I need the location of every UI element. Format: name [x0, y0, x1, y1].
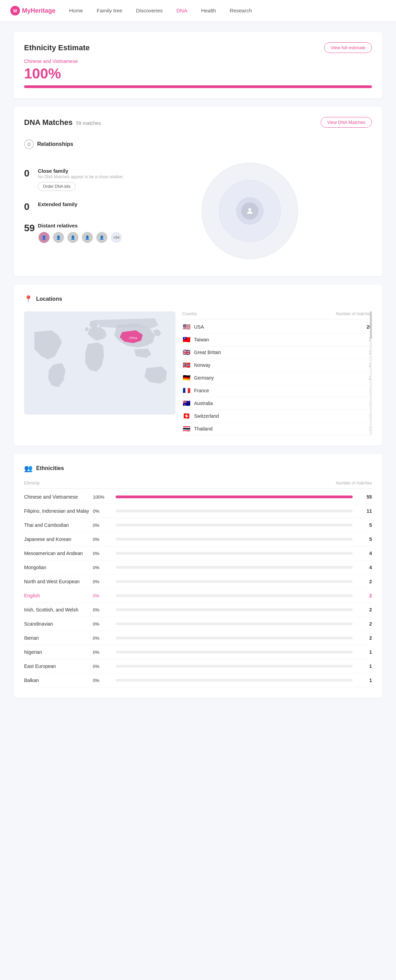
navbar: M MyHeritage HomeFamily treeDiscoveriesD… — [0, 0, 396, 22]
nav-link-home[interactable]: Home — [69, 8, 83, 13]
country-name-3: Norway — [194, 362, 369, 368]
eth-bar-wrap-5 — [116, 566, 353, 569]
eth-name-11: Nigerian — [24, 649, 93, 655]
nav-link-dna[interactable]: DNA — [177, 8, 188, 13]
eth-count-9: 2 — [358, 621, 372, 627]
avatars-row-2: 👤👤👤👤👤+54 — [38, 231, 127, 243]
eth-name-5: Mongolian — [24, 565, 93, 570]
dna-matches-count: 59 matches — [76, 121, 101, 126]
nav-link-research[interactable]: Research — [230, 8, 252, 13]
country-header: Country — [182, 312, 197, 316]
eth-count-3: 5 — [358, 536, 372, 542]
country-name-1: Taiwan — [194, 337, 369, 342]
country-name-5: France — [194, 388, 369, 393]
eth-count-1: 11 — [358, 508, 372, 514]
rel-label-0: Close family — [38, 168, 127, 174]
country-flag-1: 🇹🇼 — [182, 337, 191, 342]
dna-matches-title: DNA Matches — [24, 118, 73, 127]
rel-label-2: Distant relatives — [38, 223, 127, 229]
country-flag-6: 🇦🇺 — [182, 401, 191, 406]
eth-bar-wrap-2 — [116, 524, 353, 527]
view-full-estimate-button[interactable]: View full estimate — [324, 42, 372, 53]
eth-bar-fill-0 — [116, 495, 353, 498]
rel-info-1: Extended family — [38, 201, 127, 207]
ethnicity-estimate-card: Ethnicity Estimate View full estimate Ch… — [14, 32, 382, 99]
order-dna-kits-button[interactable]: Order DNA kits — [38, 182, 76, 191]
eth-count-12: 1 — [358, 663, 372, 669]
eth-pct-9: 0% — [93, 622, 110, 627]
eth-count-13: 1 — [358, 678, 372, 683]
nav-link-health[interactable]: Health — [201, 8, 216, 13]
eth-bar-wrap-10 — [116, 636, 353, 640]
country-flag-8: 🇹🇭 — [182, 426, 191, 431]
eth-name-1: Filipino, Indonesian and Malay — [24, 508, 93, 514]
eth-row-11: Nigerian0%1 — [24, 645, 372, 659]
eth-name-4: Mesoamerican and Andean — [24, 550, 93, 556]
nav-link-family-tree[interactable]: Family tree — [97, 8, 122, 13]
nav-link-discoveries[interactable]: Discoveries — [136, 8, 163, 13]
eth-name-8: Irish, Scottish, and Welsh — [24, 607, 93, 612]
main-content: Ethnicity Estimate View full estimate Ch… — [0, 22, 396, 716]
relationships-title: Relationships — [37, 141, 73, 147]
eth-count-0: 55 — [358, 494, 372, 500]
center-avatar — [241, 202, 258, 220]
eth-bar-wrap-12 — [116, 665, 353, 668]
rel-label-1: Extended family — [38, 201, 127, 207]
eth-bar-wrap-6 — [116, 580, 353, 583]
eth-name-0: Chinese and Vietnamese — [24, 494, 93, 500]
nav-links: HomeFamily treeDiscoveriesDNAHealthResea… — [69, 8, 252, 14]
country-row-6: 🇦🇺Australia1 — [182, 397, 372, 410]
rel-left-panel: 0Close familyNo DNA Matches appear to be… — [24, 168, 127, 254]
eth-pct-11: 0% — [93, 650, 110, 655]
relationships-section: ⊙ Relationships 0Close familyNo DNA Matc… — [24, 136, 372, 266]
view-dna-matches-button[interactable]: View DNA Matches — [321, 117, 372, 128]
matches-header: Number of matches — [336, 312, 372, 316]
rel-info-0: Close familyNo DNA Matches appear to be … — [38, 168, 127, 191]
locations-title: Locations — [36, 296, 62, 302]
rel-row-1: 0Extended family — [24, 201, 127, 212]
country-name-7: Switzerland — [194, 413, 369, 419]
eth-bar-wrap-3 — [116, 538, 353, 541]
eth-pct-0: 100% — [93, 495, 110, 500]
avatar-extra-count: +54 — [110, 231, 122, 243]
eth-row-3: Japanese and Korean0%5 — [24, 532, 372, 546]
scroll-thumb — [370, 312, 372, 339]
rel-row-0: 0Close familyNo DNA Matches appear to be… — [24, 168, 127, 191]
country-flag-5: 🇫🇷 — [182, 388, 191, 393]
eth-count-8: 2 — [358, 607, 372, 612]
eth-row-12: East European0%1 — [24, 659, 372, 673]
rel-count-1: 0 — [24, 201, 38, 212]
eth-row-13: Balkan0%1 — [24, 673, 372, 687]
world-map: China — [24, 312, 175, 415]
eth-bar-wrap-0 — [116, 495, 353, 498]
eth-pct-13: 0% — [93, 678, 110, 683]
eth-row-9: Scandinavian0%2 — [24, 617, 372, 631]
ethnicity-percent: 100% — [24, 65, 372, 82]
rel-count-0: 0 — [24, 168, 38, 179]
eth-row-8: Irish, Scottish, and Welsh0%2 — [24, 603, 372, 617]
eth-row-0: Chinese and Vietnamese100%55 — [24, 490, 372, 504]
eth-pct-5: 0% — [93, 565, 110, 570]
eth-bar-wrap-7 — [116, 594, 353, 597]
eth-pct-6: 0% — [93, 579, 110, 584]
circle-diagram — [202, 163, 298, 259]
logo[interactable]: M MyHeritage — [10, 6, 56, 16]
ethnicity-progress-bar — [24, 85, 372, 88]
eth-count-11: 1 — [358, 649, 372, 655]
eth-pct-10: 0% — [93, 636, 110, 641]
rel-row-2: 59Distant relatives👤👤👤👤👤+54 — [24, 223, 127, 243]
avatar-0: 👤 — [38, 231, 50, 243]
eth-pct-1: 0% — [93, 509, 110, 514]
country-flag-0: 🇺🇸 — [182, 324, 191, 330]
country-row-0: 🇺🇸USA20 — [182, 321, 372, 333]
rel-count-2: 59 — [24, 223, 38, 234]
avatar-4: 👤 — [95, 231, 108, 243]
eth-bar-wrap-1 — [116, 510, 353, 512]
eth-pct-3: 0% — [93, 537, 110, 542]
eth-row-2: Thai and Cambodian0%5 — [24, 518, 372, 532]
location-icon: 📍 — [24, 295, 33, 303]
rel-info-2: Distant relatives👤👤👤👤👤+54 — [38, 223, 127, 243]
ethnicities-icon: 👥 — [24, 464, 33, 473]
eth-count-10: 2 — [358, 635, 372, 641]
eth-name-13: Balkan — [24, 678, 93, 683]
